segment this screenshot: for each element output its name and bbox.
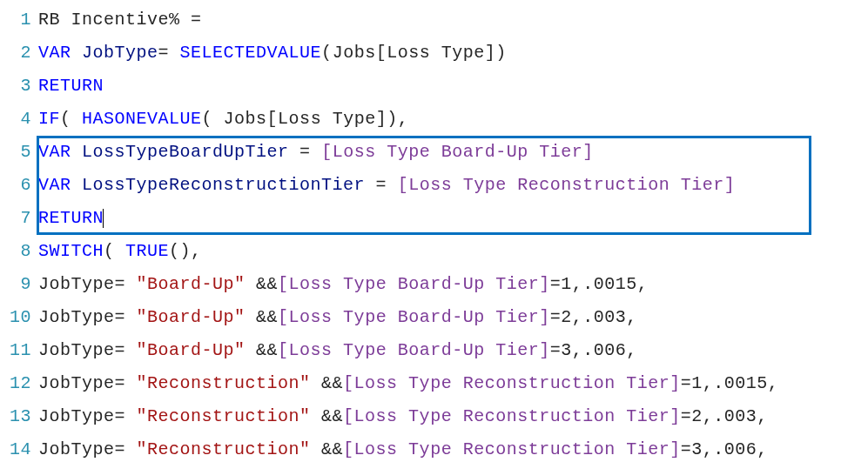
measure-ref: [Loss Type Reconstruction Tier] [343, 406, 681, 426]
line-content: JobType= "Reconstruction" &&[Loss Type R… [38, 433, 861, 462]
function-name: SWITCH [38, 241, 104, 261]
line-number: 4 [7, 103, 31, 136]
operator-equals: = [158, 43, 170, 63]
line-content: JobType= "Reconstruction" &&[Loss Type R… [38, 400, 861, 433]
identifier: JobType [38, 406, 115, 426]
keyword-if: IF [38, 109, 60, 129]
number-literal: .003 [713, 406, 757, 426]
operator-equals: = [115, 373, 126, 393]
operator-equals: = [681, 406, 692, 426]
number-literal: 1 [561, 274, 572, 294]
var-name: JobType [82, 43, 158, 63]
string-literal: "Board-Up" [137, 340, 246, 360]
line-number: 10 [7, 301, 31, 334]
operator-equals: = [115, 406, 126, 426]
code-line-3: 3 RETURN [7, 70, 861, 103]
line-content: VAR JobType= SELECTEDVALUE(Jobs[Loss Typ… [38, 37, 861, 70]
line-number: 13 [7, 400, 31, 433]
code-line-5: 5 VAR LossTypeBoardUpTier = [Loss Type B… [7, 136, 861, 169]
line-number: 11 [7, 334, 31, 367]
code-line-4: 4 IF( HASONEVALUE( Jobs[Loss Type]), [7, 103, 861, 136]
line-content: SWITCH( TRUE(), [38, 235, 861, 268]
paren-close: ) [495, 43, 507, 63]
code-line-13: 13 JobType= "Reconstruction" &&[Loss Typ… [7, 400, 861, 433]
line-content: JobType= "Board-Up" &&[Loss Type Board-U… [38, 268, 861, 301]
comma: , [626, 340, 637, 360]
identifier: RB Incentive% [38, 10, 180, 30]
string-literal: "Board-Up" [137, 274, 246, 294]
keyword-var: VAR [38, 142, 71, 162]
code-line-6: 6 VAR LossTypeReconstructionTier = [Loss… [7, 169, 861, 202]
comma: , [191, 241, 202, 261]
line-number: 1 [7, 3, 31, 37]
line-number: 14 [7, 433, 31, 462]
number-literal: .006 [713, 439, 757, 459]
number-literal: 2 [691, 406, 703, 426]
operator-equals: = [550, 307, 562, 327]
identifier: JobType [38, 373, 115, 393]
string-literal: "Reconstruction" [137, 439, 311, 459]
string-literal: "Reconstruction" [137, 406, 311, 426]
operator-equals: = [115, 340, 126, 360]
operator-and: && [256, 340, 278, 360]
code-line-12: 12 JobType= "Reconstruction" &&[Loss Typ… [7, 367, 861, 400]
operator-and: && [321, 406, 343, 426]
comma: , [398, 109, 409, 129]
keyword-true: TRUE [125, 241, 169, 261]
operator-equals: = [115, 439, 126, 459]
operator-equals: = [681, 373, 692, 393]
paren-open: ( [202, 109, 213, 129]
paren-open: ( [60, 109, 71, 129]
line-content: VAR LossTypeBoardUpTier = [Loss Type Boa… [38, 136, 861, 169]
argument: Jobs[Loss Type] [333, 43, 496, 63]
keyword-var: VAR [38, 175, 71, 195]
comma: , [703, 439, 714, 459]
keyword-return: RETURN [38, 208, 104, 228]
comma: , [572, 340, 583, 360]
comma: , [637, 274, 649, 294]
comma: , [768, 373, 779, 393]
measure-ref: [Loss Type Reconstruction Tier] [398, 175, 736, 195]
identifier: JobType [38, 439, 115, 459]
number-literal: 2 [561, 307, 572, 327]
identifier: JobType [38, 274, 115, 294]
function-name: SELECTEDVALUE [180, 43, 322, 63]
code-editor: 1 RB Incentive% = 2 VAR JobType= SELECTE… [7, 3, 861, 462]
line-content: RB Incentive% = [38, 3, 861, 37]
operator-and: && [256, 307, 278, 327]
line-number: 8 [7, 235, 31, 268]
argument: Jobs[Loss Type] [224, 109, 387, 129]
operator-and: && [321, 439, 343, 459]
text-cursor [103, 209, 104, 228]
line-number: 2 [7, 37, 31, 70]
measure-ref: [Loss Type Board-Up Tier] [278, 340, 550, 360]
comma: , [626, 307, 637, 327]
code-line-7: 7 RETURN [7, 202, 861, 235]
line-content: IF( HASONEVALUE( Jobs[Loss Type]), [38, 103, 861, 136]
operator-equals: = [191, 10, 202, 30]
measure-ref: [Loss Type Board-Up Tier] [278, 274, 550, 294]
measure-ref: [Loss Type Reconstruction Tier] [343, 439, 681, 459]
identifier: JobType [38, 307, 115, 327]
function-name: HASONEVALUE [82, 109, 202, 129]
line-number: 5 [7, 136, 31, 169]
comma: , [703, 373, 714, 393]
code-line-9: 9 JobType= "Board-Up" &&[Loss Type Board… [7, 268, 861, 301]
code-line-11: 11 JobType= "Board-Up" &&[Loss Type Boar… [7, 334, 861, 367]
line-content: JobType= "Board-Up" &&[Loss Type Board-U… [38, 301, 861, 334]
line-number: 12 [7, 367, 31, 400]
line-number: 6 [7, 169, 31, 202]
identifier: JobType [38, 340, 115, 360]
comma: , [572, 307, 583, 327]
line-number: 3 [7, 70, 31, 103]
comma: , [572, 274, 583, 294]
line-content: RETURN [38, 70, 861, 103]
code-line-8: 8 SWITCH( TRUE(), [7, 235, 861, 268]
var-name: LossTypeBoardUpTier [82, 142, 289, 162]
operator-and: && [321, 373, 343, 393]
number-literal: 1 [691, 373, 703, 393]
line-content: VAR LossTypeReconstructionTier = [Loss T… [38, 169, 861, 202]
comma: , [757, 439, 768, 459]
line-content: JobType= "Reconstruction" &&[Loss Type R… [38, 367, 861, 400]
paren-close: ) [387, 109, 398, 129]
